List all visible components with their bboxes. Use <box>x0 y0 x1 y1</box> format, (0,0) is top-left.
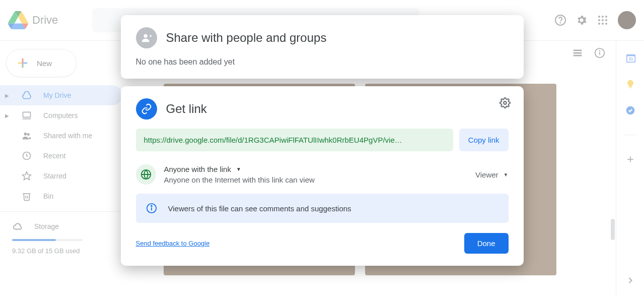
access-scope-description: Anyone on the Internet with this link ca… <box>164 175 468 184</box>
access-scope-dropdown[interactable]: Anyone with the link ▼ <box>164 165 468 173</box>
svg-point-27 <box>144 34 147 38</box>
send-feedback-link[interactable]: Send feedback to Google <box>136 240 210 247</box>
role-dropdown[interactable]: Viewer ▼ <box>475 170 509 179</box>
info-icon <box>146 203 157 214</box>
share-dialog: Share with people and groups No one has … <box>121 15 524 79</box>
share-dialog-subtitle: No one has been added yet <box>136 57 509 67</box>
person-add-icon <box>136 27 157 48</box>
chevron-down-icon: ▼ <box>236 166 241 172</box>
get-link-dialog: Get link https://drive.google.com/file/d… <box>121 86 524 266</box>
svg-point-32 <box>151 206 152 207</box>
info-banner: Viewers of this file can see comments an… <box>136 194 509 223</box>
share-dialog-title: Share with people and groups <box>166 31 327 45</box>
svg-point-28 <box>504 101 507 104</box>
info-banner-text: Viewers of this file can see comments an… <box>168 204 351 213</box>
copy-link-button[interactable]: Copy link <box>459 129 509 151</box>
globe-icon <box>136 164 156 185</box>
get-link-title: Get link <box>166 102 207 116</box>
chevron-down-icon: ▼ <box>504 172 509 178</box>
link-icon <box>136 98 157 120</box>
done-button[interactable]: Done <box>464 233 509 254</box>
share-url-field[interactable]: https://drive.google.com/file/d/1RG3CAPi… <box>136 129 453 151</box>
link-settings-gear-icon[interactable] <box>499 97 511 108</box>
